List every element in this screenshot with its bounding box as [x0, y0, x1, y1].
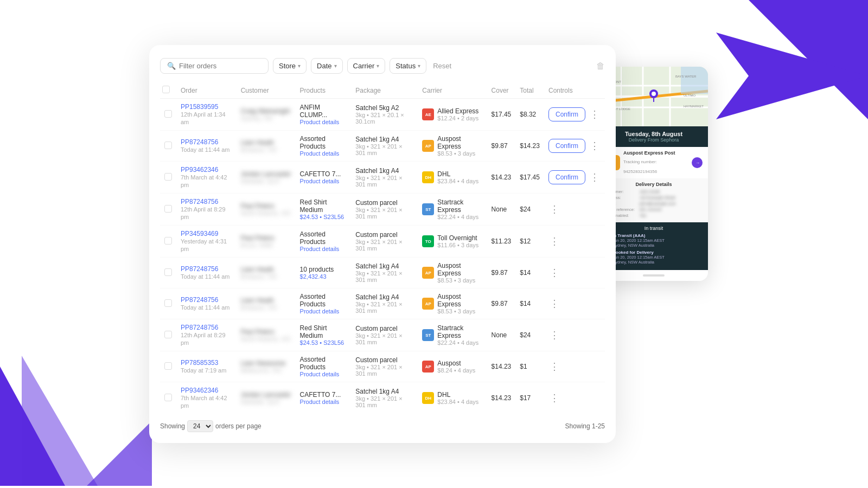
total-cell: $17	[515, 382, 544, 414]
carrier-logo-icon: AP	[422, 361, 434, 373]
product-details[interactable]: Product details	[300, 371, 347, 377]
select-all-checkbox[interactable]	[162, 86, 170, 93]
carrier-filter[interactable]: Carrier ▾	[347, 58, 386, 74]
date-filter[interactable]: Date ▾	[311, 58, 342, 74]
row-checkbox[interactable]	[164, 299, 172, 307]
more-options-button[interactable]: ⋮	[548, 267, 560, 279]
product-details[interactable]: Product details	[300, 178, 347, 184]
product-details[interactable]: Product details	[300, 150, 347, 157]
order-id[interactable]: PP93462346	[181, 387, 218, 394]
carrier-logo-icon: ST	[422, 329, 434, 341]
row-checkbox[interactable]	[164, 237, 172, 245]
delivery-details-title: Delivery Details	[605, 182, 703, 187]
total-cell: $24	[515, 194, 544, 226]
confirm-button[interactable]: Confirm	[548, 170, 585, 184]
order-id[interactable]: PP87248756	[181, 296, 218, 304]
row-checkbox[interactable]	[164, 205, 172, 213]
carrier-badge-name: Auspost Express Post	[623, 150, 692, 156]
more-options-button[interactable]: ⋮	[589, 140, 601, 152]
product-details[interactable]: Product details	[300, 308, 347, 314]
row-checkbox[interactable]	[164, 362, 172, 370]
per-page-dropdown[interactable]: 24 48 96	[187, 420, 213, 432]
row-checkbox-cell	[160, 194, 176, 226]
more-options-button[interactable]: ⋮	[548, 329, 560, 341]
row-checkbox[interactable]	[164, 142, 172, 149]
row-checkbox[interactable]	[164, 110, 172, 118]
table-row: PP87248756 Today at 11:44 am Liam Heath …	[160, 258, 605, 288]
order-id[interactable]: PP87248756	[181, 198, 218, 206]
order-id[interactable]: PP93462346	[181, 166, 218, 174]
carrier-price: $11.66 • 3 days	[437, 242, 478, 248]
cover-value: $9.87	[492, 142, 508, 150]
cover-value: $11.23	[492, 237, 512, 245]
carrier-name: Auspost Express	[437, 262, 482, 277]
row-checkbox-cell	[160, 319, 176, 351]
controls-cell: ⋮	[548, 298, 601, 310]
carrier-name: Auspost Express	[437, 135, 482, 150]
confirm-button[interactable]: Confirm	[548, 139, 585, 153]
cover-cell: $9.87	[487, 288, 516, 319]
product-details[interactable]: Product details	[300, 399, 347, 405]
carrier-info: Allied Express $12.24 • 2 days	[437, 107, 478, 121]
svg-text:→: →	[695, 160, 700, 165]
detail-atl: ATL Enabled: Yes	[605, 213, 703, 218]
carrier-name: Startrack Express	[437, 198, 482, 214]
more-options-button[interactable]: ⋮	[548, 298, 560, 310]
carrier-info: Auspost Express $8.53 • 3 days	[437, 293, 482, 314]
more-options-button[interactable]: ⋮	[548, 235, 560, 247]
product-details[interactable]: $2,432.43	[300, 273, 347, 280]
order-id[interactable]: PP87248756	[181, 324, 218, 331]
detail-email: Email: john@example.com	[605, 201, 703, 206]
product-details[interactable]: Product details	[300, 119, 347, 125]
status-filter[interactable]: Status ▾	[390, 58, 426, 74]
product-details[interactable]: $24.53 • S23L56	[300, 214, 347, 220]
search-input[interactable]	[179, 62, 261, 70]
reset-button[interactable]: Reset	[431, 59, 454, 73]
in-transit-title: In transit	[605, 226, 703, 231]
total-value: $1	[520, 363, 527, 370]
product-details[interactable]: Product details	[300, 246, 347, 252]
order-date: Today at 7:19 am	[181, 367, 226, 374]
more-options-button[interactable]: ⋮	[548, 203, 560, 215]
customer-cell: Liam Newsome Melbourne, VIC	[237, 351, 296, 382]
row-checkbox[interactable]	[164, 268, 172, 276]
customer-name: Liam Newsome	[241, 359, 291, 367]
carrier-action-icon[interactable]: →	[692, 157, 703, 168]
more-options-button[interactable]: ⋮	[548, 392, 560, 404]
trash-icon[interactable]: 🗑	[596, 61, 605, 71]
customer-name: Paul Peters	[241, 328, 291, 336]
transit-text-2: Booked for Delivery Jun 20, 2020 12:15am…	[612, 250, 665, 265]
order-id[interactable]: PP87248756	[181, 138, 218, 146]
order-cell: PP87248756 12th April at 8:29 pm	[176, 319, 237, 351]
package-dims: 3kg • 321 × 201 × 301 mm	[355, 364, 413, 377]
package-cell: Satchel 1kg A4 3kg • 321 × 201 × 301 mm	[351, 288, 418, 319]
package-dims: 3kg • 321 × 201 × 301 mm	[355, 239, 413, 252]
customer-cell: Liam Heath Brisbane, VIC	[237, 258, 296, 288]
row-checkbox[interactable]	[164, 394, 172, 401]
carrier-price: $8.53 • 3 days	[437, 308, 482, 314]
table-row: PP15839595 12th April at 1:34 am Craig W…	[160, 99, 605, 131]
order-cell: PP87248756 Today at 11:44 am	[176, 258, 237, 288]
carrier-logo-icon: AP	[422, 140, 434, 152]
order-id[interactable]: PP15839595	[181, 103, 218, 111]
more-options-button[interactable]: ⋮	[589, 108, 601, 120]
carrier-cell: DH DHL $23.84 • 4 days	[418, 382, 487, 414]
order-id[interactable]: PP34593469	[181, 230, 218, 237]
search-field[interactable]: 🔍	[160, 58, 269, 74]
svg-marker-3	[87, 421, 152, 486]
cover-value: $17.45	[492, 111, 512, 118]
cover-cell: None	[487, 194, 516, 226]
row-checkbox[interactable]	[164, 331, 172, 338]
order-id[interactable]: PP78585353	[181, 359, 218, 367]
product-details[interactable]: $24.53 • S23L56	[300, 339, 347, 346]
more-options-button[interactable]: ⋮	[589, 171, 601, 183]
row-checkbox[interactable]	[164, 173, 172, 181]
order-cell: PP93462346 7th March at 4:42 pm	[176, 162, 237, 194]
order-id[interactable]: PP87248756	[181, 265, 218, 273]
more-options-button[interactable]: ⋮	[548, 361, 560, 373]
carrier-price: $23.84 • 4 days	[437, 399, 478, 405]
row-checkbox-cell	[160, 288, 176, 319]
store-filter[interactable]: Store ▾	[273, 58, 307, 74]
confirm-button[interactable]: Confirm	[548, 107, 585, 121]
carrier-price: $8.24 • 4 days	[437, 367, 475, 374]
